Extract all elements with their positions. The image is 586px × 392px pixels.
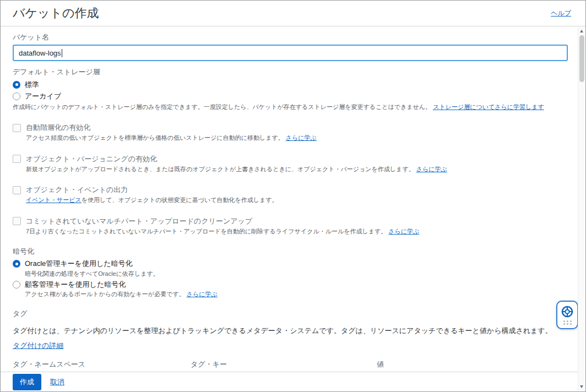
- scrollbar-thumb[interactable]: [579, 35, 584, 82]
- cancel-link[interactable]: 取消: [50, 377, 64, 387]
- page-title: バケットの作成: [13, 5, 99, 21]
- checkbox-icon: [13, 155, 21, 163]
- radio-unselected-icon: [13, 281, 20, 288]
- encryption-label: 暗号化: [13, 247, 568, 257]
- dialog-header: バケットの作成 ヘルプ: [1, 1, 585, 26]
- auto-tiering-learn-link[interactable]: さらに学ぶ: [286, 134, 317, 141]
- storage-tier-label: デフォルト・ストレージ層: [13, 67, 568, 77]
- scrollbar-up-button[interactable]: [578, 28, 585, 35]
- customer-keys-learn-link[interactable]: さらに学ぶ: [187, 291, 218, 297]
- object-versioning-learn-link[interactable]: さらに学ぶ: [416, 166, 447, 172]
- drag-handle-dots-icon: [563, 320, 572, 325]
- tags-description: タグ付けとは、テナンシ内のリソースを整理およびトラッキングできるメタデータ・シス…: [13, 325, 568, 336]
- bucket-name-field: バケット名 dataflow-logs: [13, 32, 568, 61]
- create-button[interactable]: 作成: [13, 374, 41, 390]
- customer-keys-radio[interactable]: 顧客管理キーを使用した暗号化: [13, 279, 568, 290]
- tags-section: タグ タグ付けとは、テナンシ内のリソースを整理およびトラッキングできるメタデータ…: [13, 309, 568, 372]
- radio-selected-icon: [13, 81, 20, 89]
- bucket-name-label: バケット名: [13, 32, 568, 42]
- bucket-name-input[interactable]: dataflow-logs: [13, 45, 568, 61]
- archive-tier-radio[interactable]: アーカイブ: [13, 91, 568, 101]
- multipart-cleanup-learn-link[interactable]: さらに学ぶ: [388, 228, 419, 235]
- life-ring-icon: [561, 305, 574, 318]
- checkbox-icon: [13, 217, 21, 225]
- assistant-widget[interactable]: [556, 301, 578, 329]
- customer-keys-help: アクセス権があるボールトからの有効なキーが必要です。 さらに学ぶ: [25, 290, 568, 298]
- oracle-keys-help: 暗号化関連の処理をすべてOracleに依存します。: [25, 270, 568, 278]
- form-content: バケット名 dataflow-logs デフォルト・ストレージ層 標準 アーカイ…: [1, 27, 578, 372]
- oracle-keys-radio[interactable]: Oracle管理キーを使用した暗号化: [13, 259, 568, 269]
- checkbox-icon: [13, 186, 21, 194]
- events-service-link[interactable]: イベント・サービス: [26, 197, 82, 203]
- tag-key-header: タグ・キー: [191, 360, 367, 369]
- arrow-down-icon: [580, 385, 583, 388]
- scrollbar-down-button[interactable]: [578, 383, 585, 390]
- radio-selected-icon: [13, 260, 20, 268]
- tag-namespace-header: タグ・ネームスペース: [13, 360, 182, 369]
- object-versioning-help: 新規オブジェクトがアップロードされるとき、または既存のオブジェクトが上書きされる…: [26, 165, 568, 173]
- emit-events-help: イベント・サービスを使用して、オブジェクトの状態変更に基づいて自動化を作成します…: [26, 196, 568, 204]
- bucket-name-value: dataflow-logs: [19, 49, 61, 57]
- encryption-section: 暗号化 Oracle管理キーを使用した暗号化 暗号化関連の処理をすべてOracl…: [13, 247, 568, 299]
- radio-unselected-icon: [13, 92, 20, 100]
- vertical-scrollbar[interactable]: [578, 27, 585, 391]
- auto-tiering-help: アクセス頻度の低いオブジェクトを標準層から価格の低いストレージに自動的に移動しま…: [26, 134, 568, 142]
- arrow-up-icon: [580, 30, 583, 32]
- tags-label: タグ: [13, 309, 568, 319]
- tagging-details-link[interactable]: タグ付けの詳細: [13, 341, 63, 350]
- standard-tier-radio[interactable]: 標準: [13, 79, 568, 90]
- storage-tier-learn-link[interactable]: ストレージ層についてさらに学習します: [433, 104, 544, 110]
- tag-column-headers: タグ・ネームスペース タグ・キー 値: [13, 360, 568, 369]
- emit-events-checkbox[interactable]: オブジェクト・イベントの出力: [13, 185, 568, 195]
- multipart-cleanup-option: コミットされていないマルチパート・アップロードのクリーンアップ 7日より古くなっ…: [13, 216, 568, 236]
- auto-tiering-option: 自動階層化の有効化 アクセス頻度の低いオブジェクトを標準層から価格の低いストレー…: [13, 123, 568, 142]
- text-cursor: [62, 49, 62, 57]
- storage-tier-help: 作成時にバケットのデフォルト・ストレージ層のみを指定できます。一度設定したら、バ…: [13, 103, 568, 111]
- storage-tier-section: デフォルト・ストレージ層 標準 アーカイブ 作成時にバケットのデフォルト・ストレ…: [13, 67, 568, 111]
- auto-tiering-checkbox[interactable]: 自動階層化の有効化: [13, 123, 568, 133]
- help-link[interactable]: ヘルプ: [551, 9, 571, 18]
- object-versioning-checkbox[interactable]: オブジェクト・バージョニングの有効化: [13, 154, 568, 164]
- multipart-cleanup-checkbox[interactable]: コミットされていないマルチパート・アップロードのクリーンアップ: [13, 216, 568, 226]
- dialog-footer: 作成 取消: [1, 372, 578, 391]
- multipart-cleanup-help: 7日より古くなったコミットされていないマルチパート・アップロードを自動的に削除す…: [26, 227, 568, 236]
- tag-value-header: 値: [377, 360, 554, 369]
- create-bucket-dialog: バケットの作成 ヘルプ バケット名 dataflow-logs デフォルト・スト…: [0, 0, 586, 392]
- object-versioning-option: オブジェクト・バージョニングの有効化 新規オブジェクトがアップロードされるとき、…: [13, 154, 568, 173]
- emit-events-option: オブジェクト・イベントの出力 イベント・サービスを使用して、オブジェクトの状態変…: [13, 185, 568, 204]
- checkbox-icon: [13, 124, 21, 132]
